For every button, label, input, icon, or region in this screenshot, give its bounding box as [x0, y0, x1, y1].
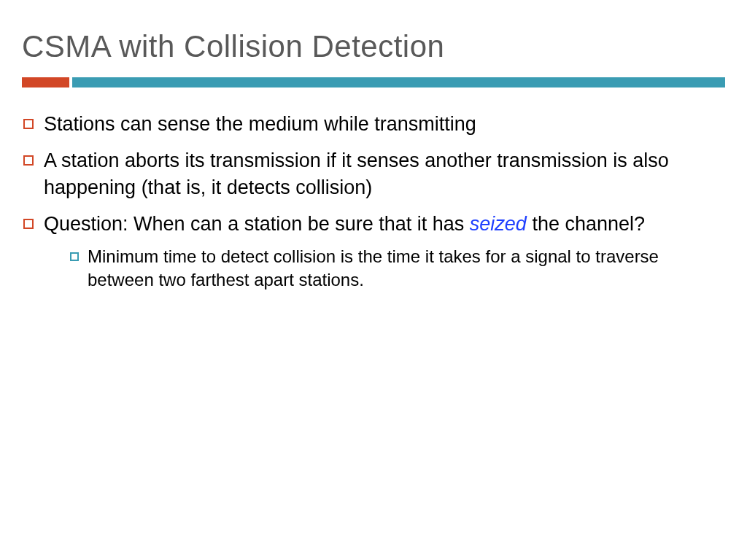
slide: CSMA with Collision Detection Stations c… [0, 0, 747, 324]
sub-bullet-text: Minimum time to detect collision is the … [88, 245, 725, 292]
slide-title: CSMA with Collision Detection [22, 29, 725, 64]
sub-list: Minimum time to detect collision is the … [70, 245, 725, 292]
accent-teal-block [72, 77, 725, 88]
list-item: Stations can sense the medium while tran… [23, 111, 725, 137]
bullet-prefix: Question: When can a station be sure tha… [44, 213, 470, 235]
highlight-word: seized [470, 213, 527, 235]
square-bullet-icon [23, 119, 34, 129]
accent-bar [22, 77, 725, 88]
bullet-suffix: the channel? [527, 213, 645, 235]
accent-red-block [22, 77, 69, 88]
list-item: Question: When can a station be sure tha… [23, 211, 725, 292]
bullet-list: Stations can sense the medium while tran… [23, 111, 725, 292]
bullet-text: Question: When can a station be sure tha… [44, 211, 725, 292]
bullet-text: Stations can sense the medium while tran… [44, 111, 725, 137]
list-item: A station aborts its transmission if it … [23, 147, 725, 201]
sub-list-item: Minimum time to detect collision is the … [70, 245, 725, 292]
square-bullet-icon [70, 252, 79, 261]
content-area: Stations can sense the medium while tran… [22, 111, 725, 292]
square-bullet-icon [23, 219, 34, 229]
bullet-text: A station aborts its transmission if it … [44, 147, 725, 201]
square-bullet-icon [23, 155, 34, 166]
